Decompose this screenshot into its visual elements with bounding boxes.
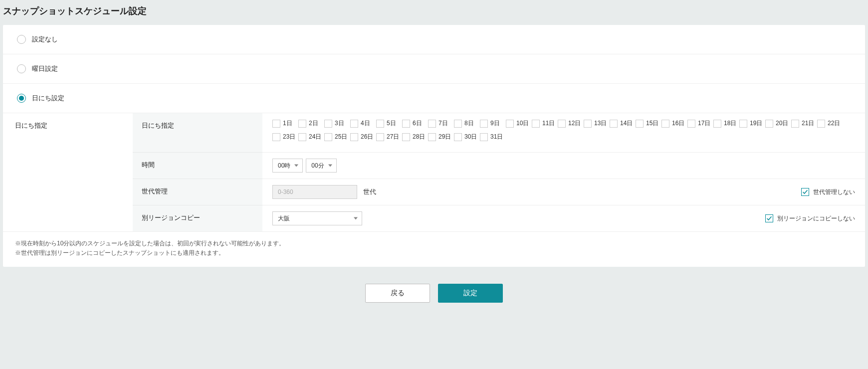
generations-input[interactable]	[272, 185, 357, 199]
checkbox-icon[interactable]	[713, 120, 721, 128]
radio-label: 設定なし	[32, 35, 58, 44]
day-label: 6日	[413, 119, 422, 128]
checkbox-icon[interactable]	[428, 120, 436, 128]
radio-option-date[interactable]: 日にち設定	[3, 84, 865, 113]
day-checkbox-19[interactable]: 19日	[739, 119, 765, 128]
checkbox-icon[interactable]	[272, 120, 280, 128]
day-checkbox-9[interactable]: 9日	[480, 119, 506, 128]
day-checkbox-25[interactable]: 25日	[324, 133, 350, 141]
day-checkbox-6[interactable]: 6日	[402, 119, 428, 128]
checkbox-icon[interactable]	[376, 120, 384, 128]
day-checkbox-18[interactable]: 18日	[713, 119, 739, 128]
day-checkbox-24[interactable]: 24日	[298, 133, 324, 141]
note-line: ※現在時刻から10分以内のスケジュールを設定した場合は、初回が実行されない可能性…	[15, 239, 853, 248]
region-select[interactable]: 大阪	[272, 211, 362, 225]
checkbox-icon[interactable]	[480, 133, 488, 141]
radio-icon[interactable]	[17, 64, 26, 73]
day-label: 30日	[464, 133, 477, 141]
radio-label: 曜日設定	[32, 64, 58, 73]
day-checkbox-21[interactable]: 21日	[791, 119, 817, 128]
day-checkbox-27[interactable]: 27日	[376, 133, 402, 141]
day-checkbox-29[interactable]: 29日	[428, 133, 454, 141]
day-checkbox-5[interactable]: 5日	[376, 119, 402, 128]
checkbox-icon[interactable]	[350, 120, 358, 128]
day-checkbox-23[interactable]: 23日	[272, 133, 298, 141]
checkbox-icon[interactable]	[454, 133, 462, 141]
day-checkbox-22[interactable]: 22日	[817, 119, 843, 128]
day-label: 31日	[490, 133, 503, 141]
checkbox-icon[interactable]	[532, 120, 540, 128]
no-generation-checkbox[interactable]: 世代管理しない	[801, 188, 855, 196]
day-checkbox-3[interactable]: 3日	[324, 119, 350, 128]
day-checkbox-12[interactable]: 12日	[558, 119, 584, 128]
day-checkbox-10[interactable]: 10日	[506, 119, 532, 128]
day-checkbox-17[interactable]: 17日	[687, 119, 713, 128]
radio-label: 日にち設定	[32, 94, 64, 103]
submit-button[interactable]: 設定	[438, 284, 503, 303]
day-label: 8日	[464, 119, 474, 128]
day-label: 22日	[828, 119, 840, 128]
minute-select[interactable]: 00分	[306, 159, 336, 173]
checkbox-icon[interactable]	[428, 133, 436, 141]
day-label: 11日	[542, 119, 555, 128]
radio-option-weekday[interactable]: 曜日設定	[3, 54, 865, 84]
checkbox-icon[interactable]	[636, 120, 644, 128]
checkbox-icon[interactable]	[272, 133, 280, 141]
checkbox-icon[interactable]	[661, 120, 669, 128]
checkbox-icon[interactable]	[402, 133, 410, 141]
checkbox-icon[interactable]	[298, 120, 306, 128]
checkbox-icon[interactable]	[376, 133, 384, 141]
radio-option-none[interactable]: 設定なし	[3, 25, 865, 54]
checkbox-icon[interactable]	[584, 120, 592, 128]
checkbox-icon[interactable]	[298, 133, 306, 141]
checkbox-icon[interactable]	[610, 120, 618, 128]
checkbox-label: 別リージョンにコピーしない	[777, 214, 855, 223]
checkbox-icon[interactable]	[791, 120, 799, 128]
checkbox-icon[interactable]	[687, 120, 695, 128]
checkbox-icon[interactable]	[817, 120, 825, 128]
checkbox-icon[interactable]	[350, 133, 358, 141]
day-label: 23日	[283, 133, 295, 141]
checkbox-icon[interactable]	[558, 120, 566, 128]
day-checkbox-30[interactable]: 30日	[454, 133, 480, 141]
day-label: 27日	[387, 133, 399, 141]
row-days: 日にち指定 1日2日3日4日5日6日7日8日9日10日11日12日13日14日1…	[133, 113, 865, 153]
day-checkbox-28[interactable]: 28日	[402, 133, 428, 141]
footer-actions: 戻る 設定	[0, 279, 868, 315]
day-checkbox-4[interactable]: 4日	[350, 119, 376, 128]
check-icon[interactable]	[765, 214, 773, 222]
hour-select[interactable]: 00時	[272, 159, 303, 173]
day-checkbox-26[interactable]: 26日	[350, 133, 376, 141]
day-checkbox-11[interactable]: 11日	[532, 119, 558, 128]
checkbox-icon[interactable]	[506, 120, 514, 128]
day-checkbox-2[interactable]: 2日	[298, 119, 324, 128]
day-checkbox-20[interactable]: 20日	[765, 119, 791, 128]
checkbox-icon[interactable]	[739, 120, 747, 128]
no-region-copy-checkbox[interactable]: 別リージョンにコピーしない	[765, 214, 855, 223]
checkbox-icon[interactable]	[765, 120, 773, 128]
day-label: 25日	[335, 133, 347, 141]
day-checkbox-13[interactable]: 13日	[584, 119, 610, 128]
checkbox-icon[interactable]	[402, 120, 410, 128]
checkbox-icon[interactable]	[324, 133, 332, 141]
day-checkbox-31[interactable]: 31日	[480, 133, 506, 141]
day-label: 28日	[413, 133, 425, 141]
day-label: 21日	[802, 119, 814, 128]
day-label: 10日	[516, 119, 529, 128]
day-label: 4日	[361, 119, 370, 128]
day-checkbox-8[interactable]: 8日	[454, 119, 480, 128]
checkbox-icon[interactable]	[454, 120, 462, 128]
back-button[interactable]: 戻る	[365, 284, 430, 303]
checkbox-icon[interactable]	[480, 120, 488, 128]
checkbox-icon[interactable]	[324, 120, 332, 128]
day-checkbox-16[interactable]: 16日	[661, 119, 687, 128]
checkbox-label: 世代管理しない	[813, 188, 855, 196]
radio-icon[interactable]	[17, 35, 26, 44]
day-label: 14日	[620, 119, 633, 128]
check-icon[interactable]	[801, 188, 809, 196]
day-checkbox-15[interactable]: 15日	[636, 119, 661, 128]
radio-icon[interactable]	[17, 94, 26, 103]
day-checkbox-7[interactable]: 7日	[428, 119, 454, 128]
day-checkbox-14[interactable]: 14日	[610, 119, 636, 128]
day-checkbox-1[interactable]: 1日	[272, 119, 298, 128]
